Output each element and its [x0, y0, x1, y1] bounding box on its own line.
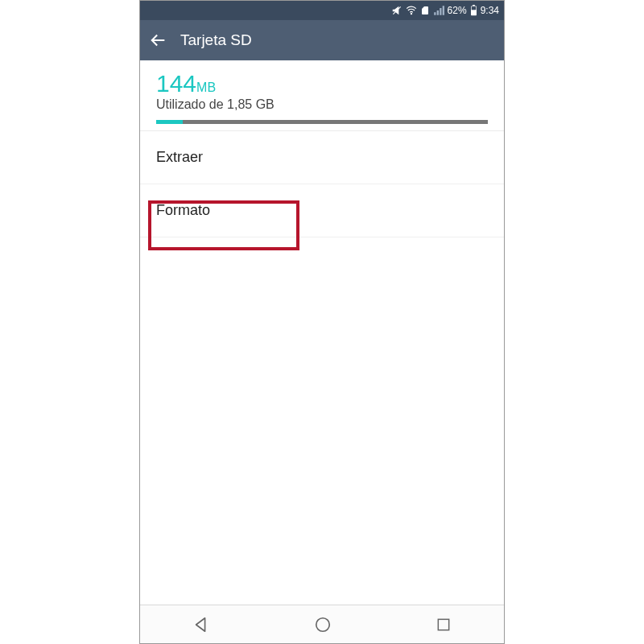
format-row[interactable]: Formato	[140, 184, 504, 237]
navigation-bar	[140, 605, 504, 643]
svg-rect-7	[439, 619, 449, 630]
svg-point-1	[411, 14, 411, 14]
eject-row[interactable]: Extraer	[140, 131, 504, 184]
device-frame: 62% 9:34 Tarjeta SD 144MB Utilizado de 1…	[139, 0, 505, 644]
storage-summary: 144MB Utilizado de 1,85 GB	[140, 60, 504, 131]
storage-bar-fill	[156, 120, 183, 124]
mute-icon	[391, 5, 402, 16]
eject-label: Extraer	[156, 149, 203, 165]
nav-recent-button[interactable]	[436, 617, 452, 633]
page-title: Tarjeta SD	[180, 31, 252, 49]
used-unit: MB	[196, 80, 216, 94]
svg-rect-4	[471, 6, 476, 10]
battery-percent: 62%	[448, 5, 467, 16]
content-area: 144MB Utilizado de 1,85 GB Extraer Forma…	[140, 60, 504, 605]
svg-point-6	[316, 617, 330, 631]
nav-back-button[interactable]	[192, 616, 210, 634]
used-value: 144MB	[156, 72, 488, 96]
battery-icon	[470, 5, 477, 16]
back-button[interactable]	[150, 31, 167, 49]
clock-text: 9:34	[481, 5, 499, 16]
nav-home-button[interactable]	[314, 616, 332, 634]
wifi-icon	[406, 5, 417, 16]
storage-bar	[156, 120, 488, 124]
used-subtitle: Utilizado de 1,85 GB	[156, 97, 488, 112]
sd-card-icon	[420, 5, 430, 16]
app-bar: Tarjeta SD	[140, 20, 504, 60]
format-label: Formato	[156, 202, 210, 218]
signal-icon	[433, 5, 444, 16]
status-bar: 62% 9:34	[140, 1, 504, 20]
used-number: 144	[156, 70, 196, 97]
svg-rect-3	[473, 5, 475, 6]
